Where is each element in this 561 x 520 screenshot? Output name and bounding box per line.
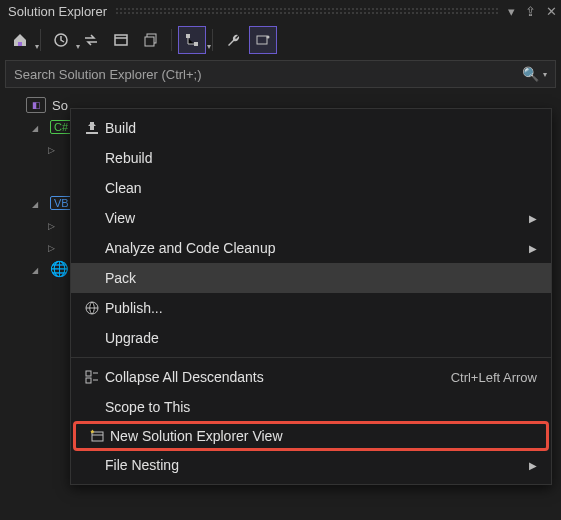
menu-item-label: Analyze and Code Cleanup bbox=[105, 240, 521, 256]
globe-icon: 🌐 bbox=[50, 260, 69, 278]
menu-item-label: File Nesting bbox=[105, 457, 521, 473]
menu-item-newview[interactable]: New Solution Explorer View bbox=[73, 421, 549, 451]
menu-item-build[interactable]: Build bbox=[71, 113, 551, 143]
expand-icon[interactable] bbox=[48, 220, 60, 231]
menu-item-label: Clean bbox=[105, 180, 537, 196]
menu-item-label: Scope to This bbox=[105, 399, 537, 415]
home-icon bbox=[12, 32, 28, 48]
solution-icon: ◧ bbox=[26, 97, 46, 113]
menu-item-upgrade[interactable]: Upgrade bbox=[71, 323, 551, 353]
expand-icon[interactable] bbox=[48, 144, 60, 155]
hierarchy-button[interactable] bbox=[178, 26, 206, 54]
svg-point-8 bbox=[267, 36, 270, 39]
submenu-arrow-icon: ▶ bbox=[529, 460, 537, 471]
windows-icon bbox=[143, 32, 159, 48]
svg-rect-11 bbox=[86, 378, 91, 383]
search-icon[interactable]: 🔍 bbox=[522, 66, 539, 82]
menu-item-rebuild[interactable]: Rebuild bbox=[71, 143, 551, 173]
menu-item-pack[interactable]: Pack bbox=[71, 263, 551, 293]
panel-grip[interactable] bbox=[115, 7, 500, 15]
expand-icon[interactable] bbox=[32, 198, 44, 209]
menu-item-analyze[interactable]: Analyze and Code Cleanup▶ bbox=[71, 233, 551, 263]
solution-label: So bbox=[52, 98, 68, 113]
wrench-icon bbox=[225, 32, 241, 48]
context-menu: BuildRebuildCleanView▶Analyze and Code C… bbox=[70, 108, 552, 485]
svg-rect-10 bbox=[86, 371, 91, 376]
svg-rect-6 bbox=[194, 42, 198, 46]
svg-rect-1 bbox=[115, 35, 127, 45]
menu-item-label: Publish... bbox=[105, 300, 537, 316]
windows-button[interactable] bbox=[137, 26, 165, 54]
window-icon bbox=[113, 32, 129, 48]
history-button[interactable] bbox=[47, 26, 75, 54]
toolbar-separator bbox=[40, 29, 41, 51]
sync-icon bbox=[83, 32, 99, 48]
menu-item-label: Pack bbox=[105, 270, 537, 286]
collapse-icon bbox=[79, 369, 105, 385]
preview-button[interactable] bbox=[249, 26, 277, 54]
svg-rect-4 bbox=[145, 37, 154, 46]
menu-item-label: Rebuild bbox=[105, 150, 537, 166]
menu-item-scope[interactable]: Scope to This bbox=[71, 392, 551, 422]
search-input[interactable] bbox=[14, 67, 522, 82]
menu-separator bbox=[71, 357, 551, 358]
svg-rect-5 bbox=[186, 34, 190, 38]
menu-item-publish[interactable]: Publish... bbox=[71, 293, 551, 323]
expand-icon[interactable] bbox=[48, 242, 60, 253]
toolbar bbox=[0, 22, 561, 58]
window-button[interactable] bbox=[107, 26, 135, 54]
search-dropdown-icon[interactable]: ▾ bbox=[543, 70, 547, 79]
panel-title: Solution Explorer bbox=[8, 4, 107, 19]
newview-icon bbox=[84, 428, 110, 444]
svg-rect-7 bbox=[257, 36, 267, 44]
expand-icon[interactable] bbox=[32, 264, 44, 275]
menu-item-clean[interactable]: Clean bbox=[71, 173, 551, 203]
sync-button[interactable] bbox=[77, 26, 105, 54]
menu-item-filenesting[interactable]: File Nesting▶ bbox=[71, 450, 551, 480]
toolbar-separator bbox=[212, 29, 213, 51]
menu-item-label: View bbox=[105, 210, 521, 226]
dropdown-icon[interactable]: ▾ bbox=[508, 4, 515, 19]
menu-shortcut: Ctrl+Left Arrow bbox=[451, 370, 537, 385]
menu-item-label: New Solution Explorer View bbox=[110, 428, 532, 444]
home-button[interactable] bbox=[6, 26, 34, 54]
expand-icon[interactable] bbox=[32, 122, 44, 133]
pin-icon[interactable]: ⇪ bbox=[525, 4, 536, 19]
menu-item-label: Collapse All Descendants bbox=[105, 369, 451, 385]
close-icon[interactable]: ✕ bbox=[546, 4, 557, 19]
csharp-badge-icon: C# bbox=[50, 120, 72, 134]
search-bar[interactable]: 🔍 ▾ bbox=[5, 60, 556, 88]
clock-icon bbox=[53, 32, 69, 48]
build-icon bbox=[79, 120, 105, 136]
hierarchy-icon bbox=[184, 32, 200, 48]
preview-icon bbox=[255, 32, 271, 48]
submenu-arrow-icon: ▶ bbox=[529, 243, 537, 254]
panel-header: Solution Explorer ▾ ⇪ ✕ bbox=[0, 0, 561, 22]
menu-item-label: Upgrade bbox=[105, 330, 537, 346]
menu-item-label: Build bbox=[105, 120, 537, 136]
toolbar-separator bbox=[171, 29, 172, 51]
menu-item-collapse[interactable]: Collapse All DescendantsCtrl+Left Arrow bbox=[71, 362, 551, 392]
submenu-arrow-icon: ▶ bbox=[529, 213, 537, 224]
menu-item-view[interactable]: View▶ bbox=[71, 203, 551, 233]
publish-icon bbox=[79, 300, 105, 316]
wrench-button[interactable] bbox=[219, 26, 247, 54]
